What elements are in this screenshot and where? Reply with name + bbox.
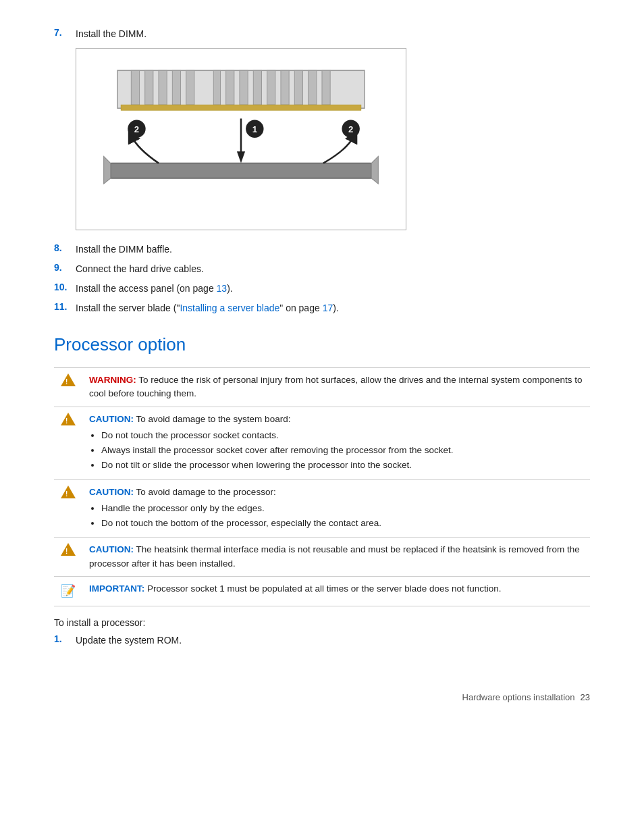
svg-text:2: 2 [134, 124, 139, 134]
warning-content: WARNING: To reduce the risk of personal … [82, 368, 590, 407]
caution-2-item-2: Do not touch the bottom of the processor… [101, 517, 583, 530]
footer-page: 23 [581, 692, 590, 702]
link-page-17[interactable]: 17 [323, 303, 333, 313]
svg-rect-13 [308, 70, 317, 105]
caution-1-item-1: Do not touch the processor socket contac… [101, 429, 583, 442]
svg-text:2: 2 [348, 124, 353, 134]
svg-rect-7 [226, 70, 234, 105]
caution-2-label: CAUTION: [89, 487, 134, 497]
notice-caution-3: CAUTION: The heatsink thermal interface … [54, 538, 590, 577]
warning-text: To reduce the risk of personal injury fr… [89, 375, 583, 398]
caution-2-item-1: Handle the processor only by the edges. [101, 502, 583, 515]
step-bottom-1-text: Update the system ROM. [76, 633, 182, 648]
caution-1-item-2: Always install the processor socket cove… [101, 444, 583, 457]
link-installing-server-blade[interactable]: Installing a server blade [180, 303, 279, 313]
svg-rect-9 [253, 70, 261, 105]
svg-rect-12 [294, 70, 302, 105]
caution-1-label: CAUTION: [89, 414, 134, 424]
step-10: 10. Install the access panel (on page 13… [54, 282, 590, 296]
caution-2-icon-cell [54, 479, 82, 538]
step-8-text: Install the DIMM baffle. [76, 242, 172, 257]
important-text: Processor socket 1 must be populated at … [147, 583, 502, 594]
important-content: IMPORTANT: Processor socket 1 must be po… [82, 576, 590, 606]
caution-3-text: The heatsink thermal interface media is … [89, 544, 580, 568]
warning-triangle-icon [61, 373, 76, 386]
caution-2-triangle-icon [61, 486, 76, 498]
dimm-illustration: 1 2 2 [76, 49, 406, 230]
step-10-text: Install the access panel (on page 13). [76, 282, 233, 296]
svg-text:1: 1 [252, 124, 257, 134]
caution-1-text: To avoid damage to the system board: [136, 414, 291, 424]
warning-label: WARNING: [89, 375, 136, 385]
caution-1-content: CAUTION: To avoid damage to the system b… [82, 407, 590, 479]
caution-1-icon-cell [54, 407, 82, 479]
step-7-num: 7. [54, 27, 76, 38]
caution-1-list: Do not touch the processor socket contac… [101, 429, 583, 473]
step-11: 11. Install the server blade ("Installin… [54, 301, 590, 315]
caution-1-item-3: Do not tilt or slide the processor when … [101, 459, 583, 472]
caution-2-text: To avoid damage to the processor: [136, 487, 276, 497]
caution-3-icon-cell [54, 538, 82, 577]
step-11-text: Install the server blade ("Installing a … [76, 301, 339, 315]
caution-1-triangle-icon [61, 413, 76, 425]
step-bottom-1-num: 1. [54, 633, 76, 644]
to-install-text: To install a processor: [54, 617, 590, 628]
svg-rect-8 [240, 70, 248, 105]
notepad-icon: 📝 [61, 584, 76, 598]
step-bottom-1: 1. Update the system ROM. [54, 633, 590, 648]
svg-rect-4 [172, 70, 180, 105]
important-label: IMPORTANT: [89, 583, 144, 594]
step-8-num: 8. [54, 242, 76, 253]
svg-rect-5 [186, 70, 194, 105]
warning-icon-cell [54, 368, 82, 407]
svg-rect-14 [322, 70, 330, 105]
caution-3-label: CAUTION: [89, 544, 134, 554]
svg-rect-1 [131, 70, 139, 105]
svg-rect-10 [267, 70, 275, 105]
svg-rect-15 [121, 105, 361, 110]
caution-3-content: CAUTION: The heatsink thermal interface … [82, 538, 590, 577]
dimm-diagram: 1 2 2 [76, 48, 406, 230]
svg-rect-11 [281, 70, 289, 105]
step-9: 9. Connect the hard drive cables. [54, 262, 590, 276]
svg-rect-3 [159, 70, 167, 105]
step-7-text: Install the DIMM. [76, 27, 146, 41]
link-page-13[interactable]: 13 [217, 283, 227, 294]
step-10-num: 10. [54, 282, 76, 292]
footer-text: Hardware options installation [462, 692, 575, 702]
svg-rect-6 [213, 70, 220, 105]
svg-rect-2 [145, 70, 153, 105]
notice-caution-2: CAUTION: To avoid damage to the processo… [54, 479, 590, 538]
svg-marker-18 [237, 151, 245, 163]
step-9-num: 9. [54, 262, 76, 273]
step-11-num: 11. [54, 301, 76, 312]
step-9-text: Connect the hard drive cables. [76, 262, 204, 276]
important-icon-cell: 📝 [54, 576, 82, 606]
step-7: 7. Install the DIMM. [54, 27, 590, 41]
svg-rect-16 [111, 163, 371, 178]
caution-3-triangle-icon [61, 543, 76, 556]
notice-caution-1: CAUTION: To avoid damage to the system b… [54, 407, 590, 479]
notices-table: WARNING: To reduce the risk of personal … [54, 367, 590, 606]
caution-2-content: CAUTION: To avoid damage to the processo… [82, 479, 590, 538]
section-title: Processor option [54, 334, 590, 355]
caution-2-list: Handle the processor only by the edges. … [101, 502, 583, 531]
notice-warning: WARNING: To reduce the risk of personal … [54, 368, 590, 407]
notice-important: 📝 IMPORTANT: Processor socket 1 must be … [54, 576, 590, 606]
step-8: 8. Install the DIMM baffle. [54, 242, 590, 257]
footer: Hardware options installation 23 [54, 688, 590, 702]
